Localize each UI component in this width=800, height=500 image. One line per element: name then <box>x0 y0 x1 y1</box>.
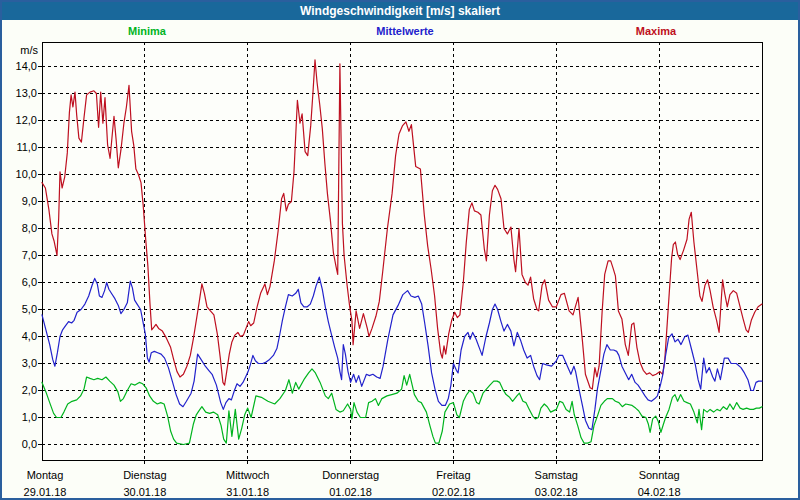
y-tick-label: 3,0 <box>2 357 37 369</box>
day-date-label: 30.01.18 <box>123 486 166 498</box>
y-tick-label: 8,0 <box>2 222 37 234</box>
y-tick-label: 12,0 <box>2 114 37 126</box>
y-tick-label: 13,0 <box>2 87 37 99</box>
day-name-label: Donnerstag <box>322 469 379 481</box>
y-tick-label: 5,0 <box>2 303 37 315</box>
day-name-label: Montag <box>27 469 64 481</box>
day-date-label: 02.02.18 <box>432 486 475 498</box>
day-date-label: 01.02.18 <box>329 486 372 498</box>
day-date-label: 04.02.18 <box>638 486 681 498</box>
day-date-label: 31.01.18 <box>226 486 269 498</box>
day-name-label: Dienstag <box>123 469 166 481</box>
y-tick-label: 10,0 <box>2 168 37 180</box>
y-tick-label: 4,0 <box>2 330 37 342</box>
day-name-label: Mittwoch <box>226 469 269 481</box>
y-tick-label: 7,0 <box>2 249 37 261</box>
day-date-label: 29.01.18 <box>24 486 67 498</box>
plot-area <box>2 2 800 500</box>
y-tick-label: 11,0 <box>2 141 37 153</box>
y-tick-label: 9,0 <box>2 195 37 207</box>
y-tick-label: 14,0 <box>2 60 37 72</box>
day-name-label: Sonntag <box>639 469 680 481</box>
day-name-label: Samstag <box>535 469 578 481</box>
day-date-label: 03.02.18 <box>535 486 578 498</box>
day-name-label: Freitag <box>436 469 470 481</box>
y-tick-label: 0,0 <box>2 438 37 450</box>
y-tick-label: 6,0 <box>2 276 37 288</box>
y-tick-label: 2,0 <box>2 384 37 396</box>
chart-window: Windgeschwindigkeit [m/s] skaliert Minim… <box>0 0 800 500</box>
y-tick-label: 1,0 <box>2 411 37 423</box>
